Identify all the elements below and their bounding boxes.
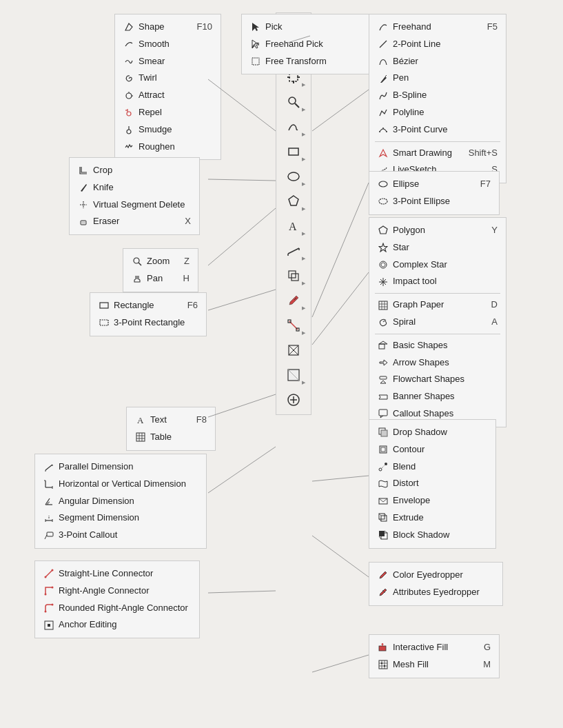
complex-star-item[interactable]: Complex Star — [375, 256, 500, 274]
svg-line-14 — [288, 248, 299, 254]
extrude-item[interactable]: Extrude — [375, 509, 490, 527]
virtual-segment-icon — [78, 199, 89, 210]
3point-ellipse-item[interactable]: 3-Point Ellipse — [375, 193, 493, 210]
crop-item[interactable]: Crop — [75, 162, 194, 179]
svg-rect-72 — [380, 376, 387, 379]
graph-paper-icon — [378, 300, 389, 311]
svg-marker-57 — [379, 226, 387, 234]
smart-drawing-item[interactable]: Smart Drawing Shift+S — [375, 145, 500, 162]
polyline-icon — [378, 107, 389, 118]
3point-curve-item[interactable]: 3-Point Curve — [375, 121, 500, 139]
parallel-dim-item[interactable]: Parallel Dimension — [41, 458, 201, 476]
straight-connector-item[interactable]: Straight-Line Connector — [41, 565, 194, 583]
svg-point-53 — [382, 128, 384, 129]
tool-polygon[interactable]: ▶ — [280, 190, 307, 213]
2point-line-item[interactable]: 2-Point Line — [375, 36, 500, 53]
tool-text[interactable]: A ▶ — [280, 214, 307, 238]
pick-item[interactable]: Pick — [247, 19, 366, 36]
eraser-item[interactable]: Eraser X — [75, 213, 194, 230]
tool-effects[interactable]: ▶ — [280, 264, 307, 287]
svg-line-138 — [312, 90, 369, 131]
pen-item[interactable]: Pen — [375, 70, 500, 87]
tool-freehand[interactable]: ▶ — [280, 115, 307, 139]
mesh-fill-item[interactable]: Mesh Fill M — [375, 656, 493, 674]
svg-point-37 — [127, 112, 131, 116]
virtual-segment-item[interactable]: Virtual Segment Delete — [75, 196, 194, 214]
flowchart-shapes-item[interactable]: Flowchart Shapes — [375, 371, 500, 388]
graph-paper-item[interactable]: Graph Paper D — [375, 296, 500, 314]
attributes-eyedropper-item[interactable]: Attributes Eyedropper — [375, 584, 497, 601]
angular-dim-item[interactable]: Angular Dimension — [41, 493, 201, 510]
bezier-item[interactable]: Bézier — [375, 53, 500, 70]
table-item[interactable]: Table — [132, 429, 209, 446]
bezier-icon — [378, 56, 389, 67]
smear-item[interactable]: Smear — [121, 53, 215, 70]
3point-callout-item[interactable]: 3-Point Callout — [41, 527, 201, 544]
free-transform-item[interactable]: Free Transform — [247, 53, 366, 70]
svg-marker-71 — [379, 341, 387, 344]
tool-erase[interactable] — [280, 338, 307, 362]
text-item[interactable]: A Text F8 — [132, 412, 209, 429]
tool-dimension[interactable]: ▶ — [280, 239, 307, 263]
smooth-item[interactable]: Smooth — [121, 36, 215, 53]
interactive-fill-item[interactable]: Interactive Fill G — [375, 639, 493, 656]
envelope-item[interactable]: Envelope — [375, 492, 490, 509]
right-angle-connector-item[interactable]: Right-Angle Connector — [41, 583, 194, 600]
shape-item[interactable]: Shape F10 — [121, 19, 215, 36]
twirl-item[interactable]: Twirl — [121, 70, 215, 87]
rectangle-tools-panel: Rectangle F6 3-Point Rectangle — [90, 292, 207, 336]
tool-fill[interactable]: ▶ — [280, 363, 307, 387]
basic-shapes-item[interactable]: Basic Shapes — [375, 337, 500, 354]
pick-icon — [250, 21, 261, 32]
horiz-vert-dim-item[interactable]: Horizontal or Vertical Dimension — [41, 476, 201, 493]
svg-point-117 — [45, 594, 47, 596]
straight-connector-icon — [43, 568, 54, 579]
star-item[interactable]: Star — [375, 239, 500, 256]
svg-point-59 — [380, 261, 387, 268]
freehand-item[interactable]: Freehand F5 — [375, 19, 500, 36]
repel-item[interactable]: Repel — [121, 104, 215, 121]
blend-item[interactable]: Blend — [375, 458, 490, 476]
distort-item[interactable]: Distort — [375, 475, 490, 492]
polygon-item[interactable]: Polygon Y — [375, 222, 500, 239]
knife-item[interactable]: Knife — [75, 179, 194, 196]
tool-zoom[interactable]: ▶ — [280, 90, 307, 114]
3point-rect-item[interactable]: 3-Point Rectangle — [96, 314, 201, 332]
svg-line-102 — [382, 465, 385, 468]
svg-line-141 — [208, 394, 276, 417]
angular-dim-icon — [43, 496, 54, 507]
svg-line-50 — [380, 41, 387, 48]
svg-rect-6 — [287, 77, 290, 78]
svg-line-140 — [312, 272, 369, 345]
freehand-pick-item[interactable]: Freehand Pick — [247, 36, 366, 53]
tool-ellipse[interactable]: ▶ — [280, 165, 307, 188]
svg-point-132 — [384, 665, 385, 667]
pan-item[interactable]: Pan H — [129, 270, 192, 287]
arrow-shapes-item[interactable]: Arrow Shapes — [375, 354, 500, 372]
spiral-item[interactable]: Spiral A — [375, 314, 500, 331]
segment-dim-item[interactable]: Segment Dimension — [41, 509, 201, 527]
bspline-item[interactable]: B-Spline — [375, 87, 500, 104]
block-shadow-item[interactable]: Block Shadow — [375, 527, 490, 544]
impact-tool-item[interactable]: Impact tool — [375, 273, 500, 290]
anchor-editing-item[interactable]: Anchor Editing — [41, 616, 194, 634]
drop-shadow-item[interactable]: Drop Shadow — [375, 424, 490, 441]
smudge-item[interactable]: Smudge — [121, 121, 215, 139]
svg-rect-10 — [289, 148, 298, 155]
tool-connector[interactable]: ▶ — [280, 314, 307, 337]
knife-icon — [78, 182, 89, 193]
tool-add[interactable] — [280, 388, 307, 412]
banner-shapes-item[interactable]: Banner Shapes — [375, 388, 500, 405]
tool-rectangle[interactable]: ▶ — [280, 140, 307, 163]
ellipse-item[interactable]: Ellipse F7 — [375, 176, 493, 193]
zoom-item[interactable]: Zoom Z — [129, 253, 192, 270]
rectangle-item[interactable]: Rectangle F6 — [96, 297, 201, 314]
tool-eyedropper[interactable]: ▶ — [280, 289, 307, 312]
attract-item[interactable]: Attract — [121, 87, 215, 104]
color-eyedropper-item[interactable]: Color Eyedropper — [375, 567, 497, 584]
contour-item[interactable]: Contour — [375, 441, 490, 458]
rounded-connector-item[interactable]: Rounded Right-Angle Connector — [41, 600, 194, 617]
polyline-item[interactable]: Polyline — [375, 104, 500, 121]
svg-rect-33 — [252, 58, 259, 65]
roughen-item[interactable]: Roughen — [121, 139, 215, 156]
